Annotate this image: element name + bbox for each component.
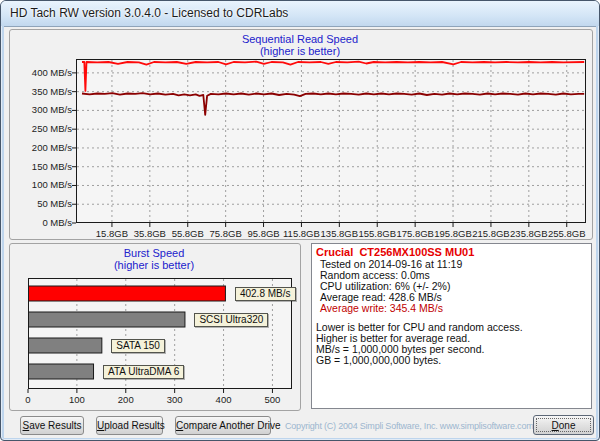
button-label: ave Results <box>29 420 81 431</box>
average-write-line: Average write: 345.4 MB/s <box>316 303 587 314</box>
titlebar[interactable]: HD Tach RW version 3.0.4.0 - Licensed to… <box>1 1 599 26</box>
button-label: ompare Another Drive <box>183 420 280 431</box>
compare-another-drive-button[interactable]: Compare Another Drive <box>175 416 271 435</box>
sequential-chart-subtitle: (higher is better) <box>9 45 591 57</box>
burst-axis-tick-label: 300 <box>160 394 190 405</box>
burst-bar <box>29 364 94 379</box>
burst-chart-subtitle: (higher is better) <box>9 259 299 271</box>
save-results-button[interactable]: Save Results <box>20 416 84 435</box>
burst-chart-title: Burst Speed <box>9 247 299 259</box>
button-label: one <box>559 420 576 431</box>
done-button[interactable]: Done <box>533 415 594 435</box>
x-axis-tick-label: 255.8GB <box>542 228 592 239</box>
burst-axis-tick-label: 400 <box>209 394 239 405</box>
burst-bar <box>29 286 226 301</box>
drive-info-panel: Crucial CT256MX100SS MU01 Tested on 2014… <box>311 243 592 409</box>
burst-bar-label: SCSI Ultra320 <box>194 313 268 327</box>
y-axis-tick-label: 50 MB/s <box>9 198 72 209</box>
y-axis-tick-label: 100 MB/s <box>9 179 72 190</box>
y-axis-tick-label: 0 MB/s <box>9 217 72 228</box>
upload-results-button[interactable]: Upload Results <box>96 416 163 435</box>
app-window: HD Tach RW version 3.0.4.0 - Licensed to… <box>0 0 600 441</box>
copyright-text: Copyright (C) 2004 Simpli Software, Inc.… <box>285 421 533 431</box>
burst-axis-tick-label: 200 <box>111 394 141 405</box>
burst-axis-tick-label: 500 <box>257 394 287 405</box>
burst-bar-label: SATA 150 <box>111 339 165 353</box>
burst-bar <box>29 312 185 327</box>
y-axis-tick-label: 400 MB/s <box>9 67 72 78</box>
burst-axis-tick-label: 0 <box>13 394 43 405</box>
y-axis-tick-label: 150 MB/s <box>9 161 72 172</box>
button-label: D <box>552 420 559 431</box>
sequential-read-chart <box>76 59 586 223</box>
button-label: pload Results <box>104 420 165 431</box>
y-axis-tick-label: 300 MB/s <box>9 104 72 115</box>
y-axis-tick-label: 350 MB/s <box>9 86 72 97</box>
burst-bar-label: ATA UltraDMA 6 <box>103 365 184 379</box>
drive-name: Crucial CT256MX100SS MU01 <box>316 247 587 258</box>
y-axis-tick-label: 250 MB/s <box>9 123 72 134</box>
sequential-chart-title: Sequential Read Speed <box>9 33 591 45</box>
window-title: HD Tach RW version 3.0.4.0 - Licensed to… <box>10 6 288 20</box>
legend-notes: Lower is better for CPU and random acces… <box>316 322 587 366</box>
burst-bar-label: 402.8 MB/s <box>235 287 296 301</box>
burst-bar <box>29 338 102 353</box>
y-axis-tick-label: 200 MB/s <box>9 142 72 153</box>
burst-axis-tick-label: 100 <box>62 394 92 405</box>
note-line: GB = 1,000,000,000 bytes. <box>316 355 587 366</box>
